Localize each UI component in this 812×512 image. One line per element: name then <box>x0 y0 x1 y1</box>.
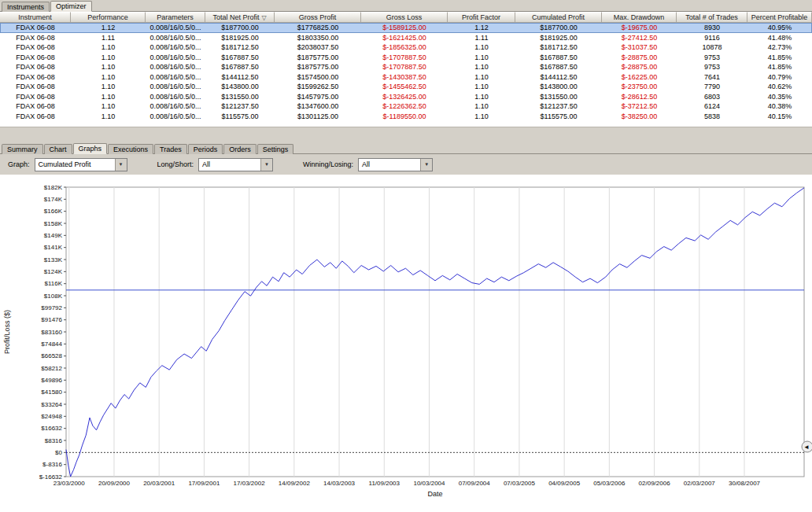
table-cell: 0.008/16/0.5/0... <box>146 92 205 102</box>
table-cell: 1.10 <box>71 72 146 83</box>
table-cell: $121237.50 <box>205 101 275 112</box>
tab-periods[interactable]: Periods <box>188 144 223 154</box>
tab-optimizer[interactable]: Optimizer <box>50 1 92 12</box>
column-header-max-drawdown[interactable]: Max. Drawdown <box>602 12 677 23</box>
tab-summary[interactable]: Summary <box>2 144 43 154</box>
table-cell: 0.008/16/0.5/0... <box>146 23 205 33</box>
x-tick-label: 07/09/2004 <box>459 480 491 487</box>
tab-executions[interactable]: Executions <box>108 144 153 154</box>
tab-chart[interactable]: Chart <box>44 144 72 154</box>
table-row[interactable]: FDAX 06-081.100.008/16/0.5/0...$131550.0… <box>0 92 812 102</box>
y-tick-label: $149K <box>44 232 63 239</box>
table-cell: 0.008/16/0.5/0... <box>146 101 205 112</box>
table-cell: 1.11 <box>71 33 146 43</box>
table-cell: $-16225.00 <box>602 72 677 83</box>
table-cell: $-37212.50 <box>602 101 677 112</box>
table-row[interactable]: FDAX 06-081.100.008/16/0.5/0...$115575.0… <box>0 112 812 122</box>
column-header-total-net-profit[interactable]: Total Net Profit▽ <box>205 12 275 23</box>
table-cell: 1.10 <box>448 92 515 102</box>
table-cell: 6803 <box>677 92 747 102</box>
table-cell: $144112.50 <box>515 72 602 83</box>
column-header-profit-factor[interactable]: Profit Factor <box>448 12 515 23</box>
table-row[interactable]: FDAX 06-081.100.008/16/0.5/0...$167887.5… <box>0 53 812 63</box>
table-cell: $167887.50 <box>205 62 275 72</box>
winninglosing-select-value: All <box>359 160 420 168</box>
y-tick-label: $24948 <box>41 413 62 420</box>
column-header-percent-profitable[interactable]: Percent Profitable <box>747 12 812 23</box>
optimizer-window: InstrumentsOptimizer InstrumentPerforman… <box>0 0 812 512</box>
table-cell: $167887.50 <box>205 53 275 63</box>
tab-graphs[interactable]: Graphs <box>73 143 108 154</box>
column-header-total-of-trades[interactable]: Total # of Trades <box>677 12 747 23</box>
table-row[interactable]: FDAX 06-081.110.008/16/0.5/0...$181925.0… <box>0 33 812 43</box>
table-empty-area <box>0 121 812 127</box>
tab-instruments[interactable]: Instruments <box>2 2 50 12</box>
table-cell: 40.95% <box>747 23 812 33</box>
table-cell: 1.10 <box>448 101 515 112</box>
y-tick-label: $182K <box>44 184 63 191</box>
column-header-performance[interactable]: Performance <box>71 12 146 23</box>
table-row[interactable]: FDAX 06-081.100.008/16/0.5/0...$181712.5… <box>0 42 812 53</box>
table-row[interactable]: FDAX 06-081.100.008/16/0.5/0...$121237.5… <box>0 101 812 112</box>
table-cell: $-1707887.50 <box>361 62 448 72</box>
table-cell: 1.10 <box>448 42 515 53</box>
table-cell: $-1226362.50 <box>361 101 448 112</box>
table-cell: 1.10 <box>448 82 515 92</box>
table-cell: $-1621425.00 <box>361 33 448 43</box>
table-cell: 1.11 <box>448 33 515 43</box>
y-tick-label: $66528 <box>41 352 62 359</box>
x-tick-label: 11/09/2003 <box>369 480 400 487</box>
table-cell: 1.10 <box>448 53 515 63</box>
table-cell: 1.10 <box>448 72 515 83</box>
table-cell: FDAX 06-08 <box>0 72 71 83</box>
y-tick-label: $33264 <box>41 401 62 408</box>
tab-orders[interactable]: Orders <box>223 144 257 154</box>
column-header-gross-profit[interactable]: Gross Profit <box>275 12 361 23</box>
table-cell: $-38250.00 <box>602 112 677 122</box>
table-cell: $115575.00 <box>515 112 602 122</box>
y-tick-label: $16632 <box>41 425 62 432</box>
table-cell: 1.12 <box>71 23 146 33</box>
table-cell: $115575.00 <box>205 112 275 122</box>
table-row[interactable]: FDAX 06-081.100.008/16/0.5/0...$143800.0… <box>0 82 812 92</box>
column-header-instrument[interactable]: Instrument <box>0 12 71 23</box>
table-cell: $181925.00 <box>515 33 602 43</box>
x-tick-label: 20/03/2001 <box>143 480 175 487</box>
table-cell: 42.73% <box>747 42 812 53</box>
profit-chart: 23/03/200020/09/200020/03/200117/09/2001… <box>0 175 812 512</box>
column-header-cumulated-profit[interactable]: Cumulated Profit <box>515 12 602 23</box>
table-cell: $1301125.00 <box>275 112 361 122</box>
table-row[interactable]: FDAX 06-081.120.008/16/0.5/0...$187700.0… <box>0 23 812 33</box>
table-row[interactable]: FDAX 06-081.100.008/16/0.5/0...$167887.5… <box>0 62 812 72</box>
table-cell: 9116 <box>677 33 747 43</box>
longshort-select[interactable]: All ▼ <box>198 158 273 171</box>
chevron-down-icon[interactable]: ▼ <box>420 159 432 171</box>
x-tick-label: 07/03/2005 <box>504 480 536 487</box>
table-row[interactable]: FDAX 06-081.100.008/16/0.5/0...$144112.5… <box>0 72 812 83</box>
column-header-gross-loss[interactable]: Gross Loss <box>361 12 448 23</box>
tab-trades[interactable]: Trades <box>154 144 187 154</box>
winninglosing-select[interactable]: All ▼ <box>358 158 433 171</box>
table-cell: 40.35% <box>747 92 812 102</box>
table-cell: FDAX 06-08 <box>0 92 71 102</box>
table-cell: 40.38% <box>747 101 812 112</box>
table-cell: FDAX 06-08 <box>0 53 71 63</box>
tab-settings[interactable]: Settings <box>257 144 294 154</box>
column-header-parameters[interactable]: Parameters <box>146 12 205 23</box>
table-cell: $1574500.00 <box>275 72 361 83</box>
chevron-down-icon[interactable]: ▼ <box>260 159 272 171</box>
graph-controls: Graph: Cumulated Profit ▼ Long/Short: Al… <box>0 154 812 175</box>
chevron-down-icon[interactable]: ▼ <box>115 159 127 171</box>
table-header-row: InstrumentPerformanceParametersTotal Net… <box>0 12 812 23</box>
x-tick-label: 02/03/2007 <box>684 480 716 487</box>
optimizer-results-table: InstrumentPerformanceParametersTotal Net… <box>0 12 812 127</box>
y-tick-label: $41580 <box>41 389 62 396</box>
table-cell: $187700.00 <box>205 23 275 33</box>
graph-select[interactable]: Cumulated Profit ▼ <box>35 158 127 171</box>
table-cell: 0.008/16/0.5/0... <box>146 62 205 72</box>
y-tick-label: $99792 <box>41 304 62 311</box>
table-cell: 1.10 <box>71 82 146 92</box>
chevron-left-icon[interactable]: ◄ <box>803 444 810 451</box>
sort-descending-icon: ▽ <box>261 14 266 21</box>
y-tick-label: $83160 <box>41 329 62 336</box>
